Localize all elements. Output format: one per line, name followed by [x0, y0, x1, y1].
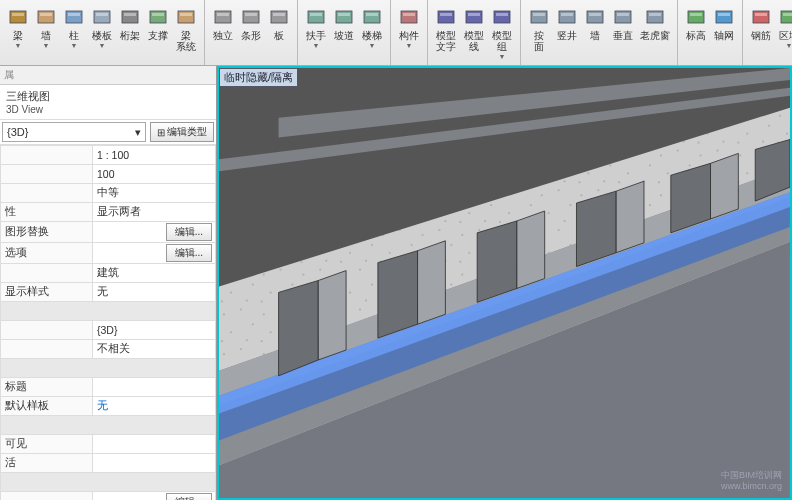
svg-rect-14	[215, 11, 231, 23]
svg-marker-85	[517, 211, 545, 288]
ribbon-按面-button[interactable]: 按 面	[525, 2, 553, 63]
ribbon-桁架-button[interactable]: 桁架	[116, 2, 144, 63]
svg-rect-26	[401, 11, 417, 23]
ribbon-板-button[interactable]: 板	[265, 2, 293, 63]
category-row	[1, 416, 216, 435]
3d-viewport[interactable]: 临时隐藏/隔离	[217, 66, 792, 500]
svg-rect-46	[716, 11, 732, 23]
prop-row: 中等	[1, 184, 216, 203]
prop-row: 1 : 100	[1, 146, 216, 165]
svg-marker-86	[616, 181, 644, 252]
chevron-down-icon: ▼	[313, 42, 320, 49]
chevron-down-icon: ▼	[99, 42, 106, 49]
ribbon-钢筋-button[interactable]: 钢筋	[747, 2, 775, 63]
svg-rect-1	[12, 13, 24, 16]
svg-marker-77	[279, 281, 319, 376]
ribbon-模型线-button[interactable]: 模型 线	[460, 2, 488, 63]
prop-row: 显示样式无	[1, 283, 216, 302]
chevron-down-icon: ▼	[71, 42, 78, 49]
category-row	[1, 302, 216, 321]
ribbon-条形-button[interactable]: 条形	[237, 2, 265, 63]
svg-rect-20	[308, 11, 324, 23]
ribbon-模型文字-button[interactable]: 模型 文字	[432, 2, 460, 63]
ribbon-楼板-button[interactable]: 楼板 ▼	[88, 2, 116, 63]
watermark: 中国BIM培训网www.bimcn.org	[721, 470, 782, 492]
mgrp-icon	[491, 4, 513, 30]
svg-rect-34	[531, 11, 547, 23]
ribbon-墙-button[interactable]: 墙 ▼	[32, 2, 60, 63]
ribbon-梁系统-button[interactable]: 梁 系统	[172, 2, 200, 63]
ribbon-楼梯-button[interactable]: 楼梯 ▼	[358, 2, 386, 63]
ribbon-梁-button[interactable]: 梁 ▼	[4, 2, 32, 63]
ribbon-独立-button[interactable]: 独立	[209, 2, 237, 63]
prop-row: {3D}	[1, 321, 216, 340]
svg-rect-36	[559, 11, 575, 23]
svg-rect-29	[440, 13, 452, 16]
family-type: 3D View	[6, 104, 210, 115]
col-icon	[63, 4, 85, 30]
ribbon-老虎窗-button[interactable]: 老虎窗	[637, 2, 673, 63]
svg-rect-40	[615, 11, 631, 23]
svg-rect-15	[217, 13, 229, 16]
svg-rect-49	[755, 13, 767, 16]
edit-button[interactable]: 编辑...	[166, 493, 212, 500]
ribbon-轴网-button[interactable]: 轴网	[710, 2, 738, 63]
ribbon-墙-button[interactable]: 墙	[581, 2, 609, 63]
ribbon-扶手-button[interactable]: 扶手 ▼	[302, 2, 330, 63]
svg-rect-17	[245, 13, 257, 16]
ribbon-竖井-button[interactable]: 竖井	[553, 2, 581, 63]
svg-marker-78	[378, 251, 418, 338]
svg-rect-31	[468, 13, 480, 16]
svg-rect-37	[561, 13, 573, 16]
ribbon-垂直-button[interactable]: 垂直	[609, 2, 637, 63]
svg-rect-2	[38, 11, 54, 23]
svg-rect-19	[273, 13, 285, 16]
svg-rect-33	[496, 13, 508, 16]
svg-rect-48	[753, 11, 769, 23]
svg-rect-45	[690, 13, 702, 16]
prop-row: 默认样板无	[1, 397, 216, 416]
chevron-down-icon: ▾	[135, 126, 141, 139]
grid-icon	[713, 4, 735, 30]
svg-rect-28	[438, 11, 454, 23]
svg-rect-50	[781, 11, 792, 23]
type-selector-value: {3D}	[7, 126, 28, 138]
svg-rect-10	[150, 11, 166, 23]
svg-rect-16	[243, 11, 259, 23]
mline-icon	[463, 4, 485, 30]
svg-rect-43	[649, 13, 661, 16]
ribbon-坡道-button[interactable]: 坡道	[330, 2, 358, 63]
svg-rect-22	[336, 11, 352, 23]
family-identity[interactable]: 三维视图 3D View	[0, 85, 216, 120]
svg-rect-41	[617, 13, 629, 16]
ribbon-柱-button[interactable]: 柱 ▼	[60, 2, 88, 63]
chevron-down-icon: ▼	[499, 53, 506, 60]
ribbon-构件-button[interactable]: 构件 ▼	[395, 2, 423, 63]
bsys-icon	[175, 4, 197, 30]
ribbon-模型组-button[interactable]: 模型 组 ▼	[488, 2, 516, 63]
rail-icon	[305, 4, 327, 30]
ribbon-区域-button[interactable]: 区域 ▼	[775, 2, 792, 63]
edit-button[interactable]: 编辑...	[166, 223, 212, 241]
ribbon-支撑-button[interactable]: 支撑	[144, 2, 172, 63]
svg-rect-25	[366, 13, 378, 16]
svg-rect-23	[338, 13, 350, 16]
edit-button[interactable]: 编辑...	[166, 244, 212, 262]
edit-type-button[interactable]: ⊞ 编辑类型	[150, 122, 214, 142]
model-canvas	[219, 68, 790, 499]
svg-rect-11	[152, 13, 164, 16]
level-icon	[685, 4, 707, 30]
svg-rect-27	[403, 13, 415, 16]
ribbon-标高-button[interactable]: 标高	[682, 2, 710, 63]
svg-marker-79	[477, 221, 517, 302]
chevron-down-icon: ▼	[369, 42, 376, 49]
dorm-icon	[644, 4, 666, 30]
stair-icon	[361, 4, 383, 30]
svg-rect-51	[783, 13, 792, 16]
panel-header: 属	[0, 66, 216, 85]
svg-rect-47	[718, 13, 730, 16]
family-name: 三维视图	[6, 89, 210, 104]
type-selector[interactable]: {3D} ▾	[2, 122, 146, 142]
svg-rect-7	[96, 13, 108, 16]
category-row	[1, 359, 216, 378]
